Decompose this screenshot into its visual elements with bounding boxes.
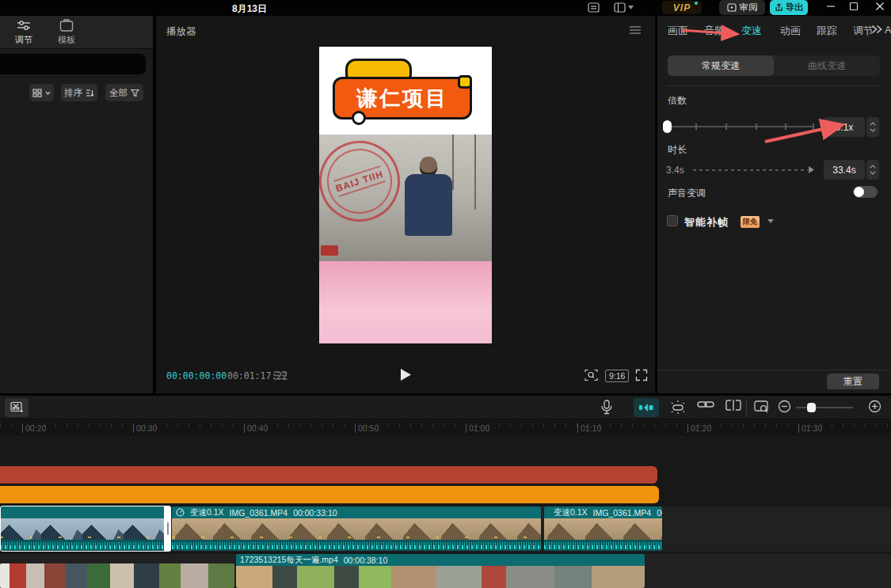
speed-mode-subtabs: 常规变速 曲线变速 xyxy=(668,55,880,76)
tabs-overflow-icon[interactable] xyxy=(871,25,883,34)
clip-speed-tag: 变速0.1X xyxy=(190,507,224,518)
sort-icon xyxy=(86,89,94,97)
stepper-up-icon[interactable] xyxy=(870,122,876,126)
clip-duration: 00:00:33:10 xyxy=(293,508,337,518)
clip-list-icon[interactable] xyxy=(273,370,287,381)
vip-badge[interactable]: VIP xyxy=(662,1,702,14)
subtab-curve-speed[interactable]: 曲线变速 xyxy=(774,55,880,76)
video-clip-selected[interactable] xyxy=(0,506,169,551)
duration-row: 3.4s 33.4s xyxy=(657,159,891,183)
review-icon xyxy=(727,3,737,12)
timeline-ruler[interactable]: 00:2000:3000:4000:5001:0001:1001:2001:30 xyxy=(0,420,891,436)
audio-waveform xyxy=(172,540,541,551)
export-icon xyxy=(775,3,783,12)
interpolation-dropdown-icon[interactable] xyxy=(767,219,774,223)
timeline-zoom-out-button[interactable] xyxy=(778,400,791,413)
view-mode-button[interactable] xyxy=(29,84,54,101)
window-minimize-button[interactable] xyxy=(826,2,836,11)
timeline-zoom-in-button[interactable] xyxy=(868,400,881,413)
library-tab-template[interactable]: 模板 xyxy=(51,16,82,48)
multiplier-slider[interactable]: 0.1x xyxy=(657,116,891,139)
clip-speed-tag: 变速0.1X xyxy=(554,507,588,518)
multiplier-stepper[interactable] xyxy=(866,117,879,137)
aspect-ratio-button[interactable]: 9:16 xyxy=(605,370,629,382)
stepper-up-icon[interactable] xyxy=(870,165,876,169)
fullscreen-icon[interactable] xyxy=(635,369,648,381)
window-close-button[interactable] xyxy=(875,2,885,11)
multiplier-label: 倍数 xyxy=(668,94,687,108)
keyframe-marks xyxy=(0,537,169,538)
stepper-down-icon[interactable] xyxy=(870,171,876,175)
tab-speed[interactable]: 变速 xyxy=(741,24,762,38)
duration-label: 时长 xyxy=(668,143,687,157)
ruler-label: 01:20 xyxy=(687,423,711,433)
chevron-down-icon xyxy=(628,6,634,9)
workspace-layout-dropdown[interactable] xyxy=(614,2,634,13)
library-search-input[interactable] xyxy=(0,54,146,74)
sort-button[interactable]: 排序 xyxy=(61,84,97,101)
clip-duration: 00:00:33:10 xyxy=(657,508,662,518)
stepper-down-icon[interactable] xyxy=(870,128,876,132)
vip-label: VIP xyxy=(673,2,691,13)
interpolation-label: 智能补帧 xyxy=(684,215,729,230)
text-track-bar-red[interactable] xyxy=(0,466,657,484)
stamp-watermark: BAIJ TIIH xyxy=(319,131,410,233)
clip-trim-handle-right[interactable] xyxy=(164,506,171,552)
preview-zoom-button[interactable] xyxy=(754,400,771,413)
audio-waveform xyxy=(544,540,662,551)
clip-filename: 1723513215每天一遍.mp4 xyxy=(240,555,338,566)
video-preview[interactable]: 谦仁项目 BAIJ TIIH xyxy=(319,47,492,343)
duration-value-box[interactable]: 33.4s xyxy=(824,160,865,180)
preview-axis-button[interactable] xyxy=(669,400,687,415)
overlay-title-text: 谦仁项目 xyxy=(356,85,448,112)
tab-animation[interactable]: 动画 xyxy=(780,24,801,38)
timeline-zoom-slider[interactable] xyxy=(796,407,853,408)
player-menu-icon[interactable] xyxy=(629,25,642,35)
library-header: 调节 模板 xyxy=(0,16,153,49)
subtab-normal-speed[interactable]: 常规变速 xyxy=(668,55,774,76)
tab-picture[interactable]: 画面 xyxy=(668,24,688,38)
speed-settings-panel: 画面 音频 变速 动画 跟踪 调节 A 常规变速 曲线变速 倍数 0.1x 时长… xyxy=(657,16,891,393)
reset-button[interactable]: 重置 xyxy=(827,374,879,389)
ruler-label: 00:30 xyxy=(133,423,157,433)
video-clip-2[interactable]: 变速0.1X IMG_0361.MP4 00:00:33:10 xyxy=(172,506,541,551)
sort-label: 排序 xyxy=(64,87,82,99)
pitch-toggle[interactable] xyxy=(853,186,878,198)
library-panel: 调节 模板 排序 全部 xyxy=(0,16,153,393)
filter-all-button[interactable]: 全部 xyxy=(105,84,143,101)
panel-layout-icon[interactable] xyxy=(588,2,600,13)
bottom-clip-2[interactable]: 1723513215每天一遍.mp4 00:00:38:10 xyxy=(236,554,645,588)
record-voiceover-button[interactable] xyxy=(600,400,613,415)
review-button[interactable]: 审阅 xyxy=(719,0,765,15)
link-clips-button[interactable] xyxy=(697,400,714,409)
split-clip-button[interactable] xyxy=(725,400,741,411)
project-title: 8月13日 xyxy=(232,2,267,16)
template-icon xyxy=(59,19,74,32)
text-track-bar-orange[interactable] xyxy=(0,486,659,503)
multiplier-slider-thumb[interactable] xyxy=(663,120,672,133)
duration-stepper[interactable] xyxy=(866,160,879,180)
play-button[interactable] xyxy=(400,368,412,381)
tab-audio[interactable]: 音频 xyxy=(704,24,725,38)
bottom-clip-1-thumbnails[interactable] xyxy=(0,563,234,588)
timeline-toolbar xyxy=(0,396,891,419)
preview-quality-icon[interactable] xyxy=(584,369,598,381)
divider xyxy=(746,400,747,415)
timeline-zoom-slider-thumb[interactable] xyxy=(807,403,816,412)
cut-tool-icon xyxy=(10,401,24,414)
multiplier-value-box[interactable]: 0.1x xyxy=(824,117,865,137)
snap-toggle[interactable] xyxy=(634,398,659,417)
video-clip-3[interactable]: 变速0.1X IMG_0361.MP4 00:00:33:10 xyxy=(544,506,662,551)
interpolation-checkbox[interactable] xyxy=(667,215,678,226)
vip-dot-icon xyxy=(695,2,698,5)
person-figure xyxy=(405,174,452,236)
window-maximize-button[interactable] xyxy=(849,2,859,11)
export-button[interactable]: 导出 xyxy=(770,0,808,15)
ruler-label: 00:20 xyxy=(22,423,46,433)
tab-tracking[interactable]: 跟踪 xyxy=(817,24,837,38)
pitch-label: 声音变调 xyxy=(668,187,706,200)
media-cut-tool[interactable] xyxy=(5,398,29,417)
clip-filename: IMG_0361.MP4 xyxy=(230,508,288,518)
review-label: 审阅 xyxy=(740,2,758,13)
library-tab-adjust[interactable]: 调节 xyxy=(8,16,40,48)
